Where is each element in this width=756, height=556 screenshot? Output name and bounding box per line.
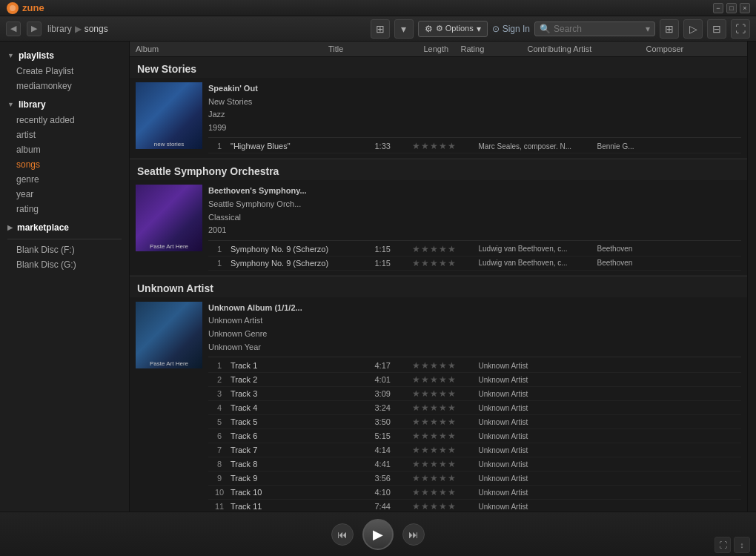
- track-rating[interactable]: ★★★★★: [412, 258, 479, 268]
- star-2[interactable]: ★: [421, 374, 429, 385]
- star-3[interactable]: ★: [430, 473, 438, 483]
- star-2[interactable]: ★: [421, 487, 429, 497]
- sidebar-item-blank-disc-g[interactable]: Blank Disc (G:): [0, 257, 129, 272]
- star-4[interactable]: ★: [439, 501, 447, 512]
- track-rating[interactable]: ★★★★★: [412, 141, 479, 151]
- star-3[interactable]: ★: [430, 403, 438, 413]
- back-button[interactable]: ◀: [6, 21, 21, 36]
- star-1[interactable]: ★: [412, 141, 420, 151]
- col-header-rating[interactable]: Rating: [461, 44, 528, 53]
- star-2[interactable]: ★: [421, 388, 429, 399]
- star-5[interactable]: ★: [448, 459, 456, 469]
- rating-stars[interactable]: ★★★★★: [412, 403, 479, 413]
- player-settings-button[interactable]: ⛶: [714, 537, 731, 553]
- star-4[interactable]: ★: [439, 388, 447, 399]
- player-sync-button[interactable]: ↕: [734, 537, 750, 553]
- star-3[interactable]: ★: [430, 501, 438, 512]
- rating-stars[interactable]: ★★★★★: [412, 244, 479, 254]
- track-rating[interactable]: ★★★★★: [412, 501, 479, 512]
- star-3[interactable]: ★: [430, 388, 438, 399]
- star-4[interactable]: ★: [439, 374, 447, 385]
- breadcrumb-songs[interactable]: songs: [84, 24, 108, 34]
- track-row[interactable]: 4 Track 4 3:24 ★★★★★ Unknown Artist: [208, 401, 741, 415]
- search-dropdown-icon[interactable]: ▾: [646, 24, 650, 34]
- rating-stars[interactable]: ★★★★★: [412, 459, 479, 469]
- prev-track-nav-button[interactable]: ⊞: [660, 19, 679, 39]
- track-row[interactable]: 9 Track 9 3:56 ★★★★★ Unknown Artist: [208, 471, 741, 486]
- star-5[interactable]: ★: [448, 501, 456, 512]
- track-rating[interactable]: ★★★★★: [412, 459, 479, 469]
- rating-stars[interactable]: ★★★★★: [412, 501, 479, 512]
- rating-stars[interactable]: ★★★★★: [412, 374, 479, 385]
- star-3[interactable]: ★: [430, 431, 438, 441]
- star-5[interactable]: ★: [448, 445, 456, 455]
- star-5[interactable]: ★: [448, 487, 456, 497]
- marketplace-header[interactable]: ▶ marketplace: [0, 219, 129, 236]
- sidebar-item-rating[interactable]: rating: [0, 202, 129, 216]
- play-nav-button[interactable]: ▷: [683, 19, 703, 39]
- track-rating[interactable]: ★★★★★: [412, 388, 479, 399]
- sign-in-button[interactable]: ⊙ Sign In: [492, 24, 530, 34]
- star-5[interactable]: ★: [448, 417, 456, 427]
- track-rating[interactable]: ★★★★★: [412, 374, 479, 385]
- col-header-album[interactable]: Album: [136, 44, 306, 53]
- rating-stars[interactable]: ★★★★★: [412, 487, 479, 497]
- star-2[interactable]: ★: [421, 445, 429, 455]
- star-5[interactable]: ★: [448, 388, 456, 399]
- star-4[interactable]: ★: [439, 141, 447, 151]
- track-row[interactable]: 1 "Highway Blues" 1:33 ★★★★★ Marc Seales…: [208, 139, 741, 153]
- rating-stars[interactable]: ★★★★★: [412, 473, 479, 483]
- star-3[interactable]: ★: [430, 459, 438, 469]
- star-4[interactable]: ★: [439, 487, 447, 497]
- rating-stars[interactable]: ★★★★★: [412, 388, 479, 399]
- track-row[interactable]: 7 Track 7 4:14 ★★★★★ Unknown Artist: [208, 443, 741, 457]
- star-3[interactable]: ★: [430, 374, 438, 385]
- sidebar-item-mediamonkey[interactable]: mediamonkey: [0, 79, 129, 93]
- rating-stars[interactable]: ★★★★★: [412, 417, 479, 427]
- search-input[interactable]: [554, 24, 643, 34]
- star-5[interactable]: ★: [448, 473, 456, 483]
- next-button[interactable]: ⏭: [402, 523, 425, 546]
- star-2[interactable]: ★: [421, 258, 429, 268]
- col-header-length[interactable]: Length: [424, 44, 461, 53]
- star-3[interactable]: ★: [430, 244, 438, 254]
- track-row[interactable]: 6 Track 6 5:15 ★★★★★ Unknown Artist: [208, 429, 741, 443]
- star-2[interactable]: ★: [421, 141, 429, 151]
- star-1[interactable]: ★: [412, 459, 420, 469]
- sidebar-item-artist[interactable]: artist: [0, 128, 129, 142]
- star-4[interactable]: ★: [439, 244, 447, 254]
- star-2[interactable]: ★: [421, 417, 429, 427]
- sidebar-item-year[interactable]: year: [0, 187, 129, 202]
- track-rating[interactable]: ★★★★★: [412, 417, 479, 427]
- star-4[interactable]: ★: [439, 417, 447, 427]
- track-row[interactable]: 10 Track 10 4:10 ★★★★★ Unknown Artist: [208, 486, 741, 500]
- col-header-composer[interactable]: Composer: [646, 44, 742, 53]
- star-3[interactable]: ★: [430, 258, 438, 268]
- track-row[interactable]: 11 Track 11 7:44 ★★★★★ Unknown Artist: [208, 500, 741, 512]
- star-3[interactable]: ★: [430, 141, 438, 151]
- options-button[interactable]: ⚙ ⚙ Options ▾: [418, 21, 488, 37]
- star-1[interactable]: ★: [412, 417, 420, 427]
- view-list-button[interactable]: ▾: [394, 19, 414, 39]
- rating-stars[interactable]: ★★★★★: [412, 445, 479, 455]
- star-5[interactable]: ★: [448, 258, 456, 268]
- star-4[interactable]: ★: [439, 360, 447, 371]
- star-2[interactable]: ★: [421, 459, 429, 469]
- next-track-nav-button[interactable]: ⊟: [707, 19, 726, 39]
- close-button[interactable]: ×: [740, 3, 750, 13]
- star-3[interactable]: ★: [430, 445, 438, 455]
- rating-stars[interactable]: ★★★★★: [412, 258, 479, 268]
- track-rating[interactable]: ★★★★★: [412, 473, 479, 483]
- star-4[interactable]: ★: [439, 473, 447, 483]
- play-button[interactable]: ▶: [362, 519, 394, 550]
- star-2[interactable]: ★: [421, 360, 429, 371]
- star-1[interactable]: ★: [412, 487, 420, 497]
- star-5[interactable]: ★: [448, 141, 456, 151]
- star-3[interactable]: ★: [430, 487, 438, 497]
- track-rating[interactable]: ★★★★★: [412, 403, 479, 413]
- star-5[interactable]: ★: [448, 403, 456, 413]
- star-2[interactable]: ★: [421, 473, 429, 483]
- sidebar-item-create-playlist[interactable]: Create Playlist: [0, 64, 129, 79]
- star-1[interactable]: ★: [412, 388, 420, 399]
- star-1[interactable]: ★: [412, 244, 420, 254]
